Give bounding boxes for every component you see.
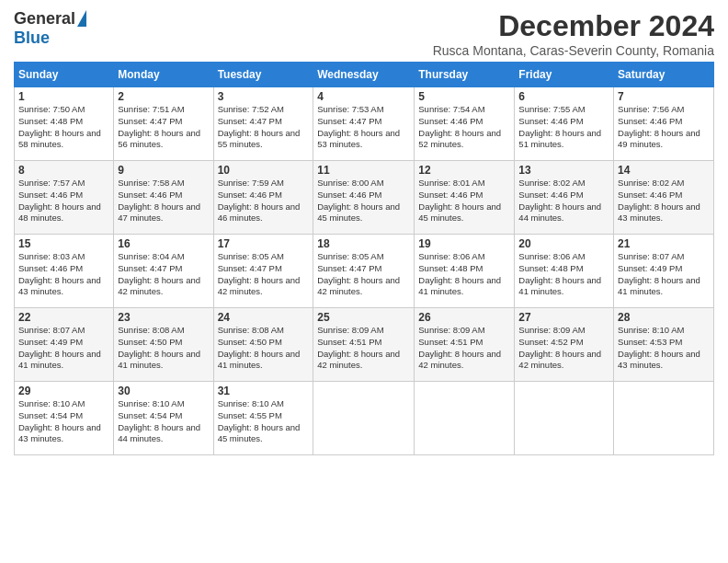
day-number: 11 — [317, 164, 410, 177]
col-wednesday: Wednesday — [313, 63, 415, 87]
table-row: 12 Sunrise: 8:01 AM Sunset: 4:46 PM Dayl… — [415, 161, 515, 235]
logo-triangle-icon — [77, 10, 86, 27]
calendar-week-row: 15 Sunrise: 8:03 AM Sunset: 4:46 PM Dayl… — [15, 235, 714, 308]
table-row: 26 Sunrise: 8:09 AM Sunset: 4:51 PM Dayl… — [415, 308, 515, 382]
table-row — [614, 382, 714, 455]
day-number: 28 — [618, 311, 710, 324]
day-info: Sunrise: 8:10 AM Sunset: 4:55 PM Dayligh… — [218, 398, 310, 445]
day-info: Sunrise: 8:10 AM Sunset: 4:54 PM Dayligh… — [118, 398, 209, 445]
day-number: 18 — [317, 237, 410, 250]
table-row: 16 Sunrise: 8:04 AM Sunset: 4:47 PM Dayl… — [114, 235, 213, 308]
day-number: 3 — [218, 90, 310, 103]
col-friday: Friday — [515, 63, 614, 87]
day-number: 27 — [518, 311, 609, 324]
calendar-week-row: 29 Sunrise: 8:10 AM Sunset: 4:54 PM Dayl… — [15, 382, 714, 455]
day-number: 8 — [18, 164, 109, 177]
table-row: 22 Sunrise: 8:07 AM Sunset: 4:49 PM Dayl… — [15, 308, 114, 382]
table-row: 3 Sunrise: 7:52 AM Sunset: 4:47 PM Dayli… — [213, 87, 313, 161]
table-row: 29 Sunrise: 8:10 AM Sunset: 4:54 PM Dayl… — [15, 382, 114, 455]
day-info: Sunrise: 8:09 AM Sunset: 4:51 PM Dayligh… — [317, 325, 410, 372]
day-info: Sunrise: 8:04 AM Sunset: 4:47 PM Dayligh… — [118, 251, 209, 298]
day-info: Sunrise: 7:56 AM Sunset: 4:46 PM Dayligh… — [618, 104, 710, 151]
logo-blue-text: Blue — [14, 29, 50, 48]
day-number: 1 — [18, 90, 109, 103]
table-row: 11 Sunrise: 8:00 AM Sunset: 4:46 PM Dayl… — [313, 161, 415, 235]
day-info: Sunrise: 8:07 AM Sunset: 4:49 PM Dayligh… — [618, 251, 710, 298]
day-info: Sunrise: 8:06 AM Sunset: 4:48 PM Dayligh… — [518, 251, 609, 298]
day-number: 17 — [218, 237, 310, 250]
day-info: Sunrise: 7:51 AM Sunset: 4:47 PM Dayligh… — [118, 104, 209, 151]
table-row: 7 Sunrise: 7:56 AM Sunset: 4:46 PM Dayli… — [614, 87, 714, 161]
table-row: 10 Sunrise: 7:59 AM Sunset: 4:46 PM Dayl… — [213, 161, 313, 235]
table-row: 6 Sunrise: 7:55 AM Sunset: 4:46 PM Dayli… — [515, 87, 614, 161]
day-number: 31 — [218, 385, 310, 397]
day-number: 30 — [118, 385, 209, 397]
table-row: 19 Sunrise: 8:06 AM Sunset: 4:48 PM Dayl… — [415, 235, 515, 308]
calendar-week-row: 22 Sunrise: 8:07 AM Sunset: 4:49 PM Dayl… — [15, 308, 714, 382]
table-row: 4 Sunrise: 7:53 AM Sunset: 4:47 PM Dayli… — [313, 87, 415, 161]
table-row: 28 Sunrise: 8:10 AM Sunset: 4:53 PM Dayl… — [614, 308, 714, 382]
day-info: Sunrise: 8:08 AM Sunset: 4:50 PM Dayligh… — [218, 325, 310, 372]
day-number: 7 — [618, 90, 710, 103]
table-row: 27 Sunrise: 8:09 AM Sunset: 4:52 PM Dayl… — [515, 308, 614, 382]
table-row: 2 Sunrise: 7:51 AM Sunset: 4:47 PM Dayli… — [114, 87, 213, 161]
table-row: 17 Sunrise: 8:05 AM Sunset: 4:47 PM Dayl… — [213, 235, 313, 308]
day-info: Sunrise: 8:06 AM Sunset: 4:48 PM Dayligh… — [418, 251, 510, 298]
col-sunday: Sunday — [15, 63, 114, 87]
subtitle: Rusca Montana, Caras-Severin County, Rom… — [433, 43, 714, 58]
calendar-week-row: 8 Sunrise: 7:57 AM Sunset: 4:46 PM Dayli… — [15, 161, 714, 235]
day-info: Sunrise: 8:07 AM Sunset: 4:49 PM Dayligh… — [18, 325, 109, 372]
day-number: 23 — [118, 311, 209, 324]
title-section: December 2024 Rusca Montana, Caras-Sever… — [433, 9, 714, 58]
day-info: Sunrise: 8:05 AM Sunset: 4:47 PM Dayligh… — [218, 251, 310, 298]
day-info: Sunrise: 7:58 AM Sunset: 4:46 PM Dayligh… — [118, 178, 209, 224]
day-info: Sunrise: 8:05 AM Sunset: 4:47 PM Dayligh… — [317, 251, 410, 298]
day-number: 15 — [18, 237, 109, 250]
header: General Blue December 2024 Rusca Montana… — [14, 9, 714, 58]
table-row — [515, 382, 614, 455]
day-number: 13 — [518, 164, 609, 177]
logo-general-text: General — [14, 9, 75, 29]
day-number: 9 — [118, 164, 209, 177]
day-number: 21 — [618, 237, 710, 250]
day-number: 16 — [118, 237, 209, 250]
day-number: 25 — [317, 311, 410, 324]
day-info: Sunrise: 8:03 AM Sunset: 4:46 PM Dayligh… — [18, 251, 109, 298]
day-number: 24 — [218, 311, 310, 324]
logo: General Blue — [14, 9, 86, 48]
table-row: 23 Sunrise: 8:08 AM Sunset: 4:50 PM Dayl… — [114, 308, 213, 382]
main-title: December 2024 — [433, 9, 714, 43]
calendar-week-row: 1 Sunrise: 7:50 AM Sunset: 4:48 PM Dayli… — [15, 87, 714, 161]
day-info: Sunrise: 8:09 AM Sunset: 4:52 PM Dayligh… — [518, 325, 609, 372]
day-number: 4 — [317, 90, 410, 103]
day-number: 10 — [218, 164, 310, 177]
table-row — [313, 382, 415, 455]
table-row: 18 Sunrise: 8:05 AM Sunset: 4:47 PM Dayl… — [313, 235, 415, 308]
day-info: Sunrise: 8:00 AM Sunset: 4:46 PM Dayligh… — [317, 178, 410, 224]
table-row — [415, 382, 515, 455]
table-row: 9 Sunrise: 7:58 AM Sunset: 4:46 PM Dayli… — [114, 161, 213, 235]
col-thursday: Thursday — [415, 63, 515, 87]
calendar-header-row: Sunday Monday Tuesday Wednesday Thursday… — [15, 63, 714, 87]
day-info: Sunrise: 7:57 AM Sunset: 4:46 PM Dayligh… — [18, 178, 109, 224]
day-info: Sunrise: 7:55 AM Sunset: 4:46 PM Dayligh… — [518, 104, 609, 151]
table-row: 31 Sunrise: 8:10 AM Sunset: 4:55 PM Dayl… — [213, 382, 313, 455]
day-number: 12 — [418, 164, 510, 177]
day-info: Sunrise: 8:01 AM Sunset: 4:46 PM Dayligh… — [418, 178, 510, 224]
day-info: Sunrise: 8:02 AM Sunset: 4:46 PM Dayligh… — [618, 178, 710, 224]
col-monday: Monday — [114, 63, 213, 87]
col-tuesday: Tuesday — [213, 63, 313, 87]
day-number: 5 — [418, 90, 510, 103]
table-row: 21 Sunrise: 8:07 AM Sunset: 4:49 PM Dayl… — [614, 235, 714, 308]
day-info: Sunrise: 7:59 AM Sunset: 4:46 PM Dayligh… — [218, 178, 310, 224]
col-saturday: Saturday — [614, 63, 714, 87]
day-number: 2 — [118, 90, 209, 103]
table-row: 24 Sunrise: 8:08 AM Sunset: 4:50 PM Dayl… — [213, 308, 313, 382]
day-info: Sunrise: 8:08 AM Sunset: 4:50 PM Dayligh… — [118, 325, 209, 372]
table-row: 20 Sunrise: 8:06 AM Sunset: 4:48 PM Dayl… — [515, 235, 614, 308]
day-info: Sunrise: 7:53 AM Sunset: 4:47 PM Dayligh… — [317, 104, 410, 151]
day-number: 29 — [18, 385, 109, 397]
table-row: 13 Sunrise: 8:02 AM Sunset: 4:46 PM Dayl… — [515, 161, 614, 235]
table-row: 15 Sunrise: 8:03 AM Sunset: 4:46 PM Dayl… — [15, 235, 114, 308]
day-info: Sunrise: 8:09 AM Sunset: 4:51 PM Dayligh… — [418, 325, 510, 372]
